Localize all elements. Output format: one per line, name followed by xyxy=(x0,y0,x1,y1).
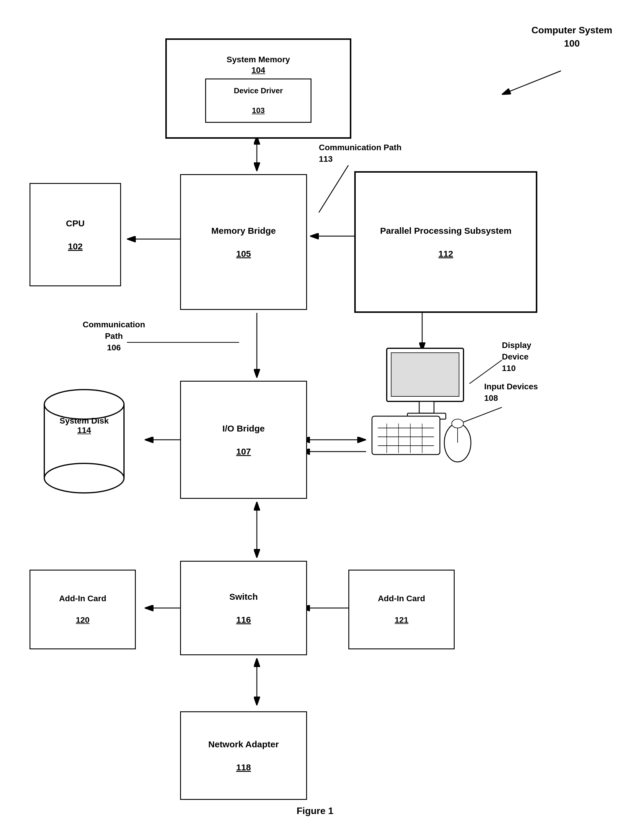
comm-path-113-label: Communication Path113 xyxy=(319,142,401,165)
diagram: Computer System 100 System Memory 104 De… xyxy=(0,0,630,840)
display-device-label: DisplayDeviceDisplay Device 110110 xyxy=(502,339,531,374)
computer-system-label: Computer System 100 xyxy=(531,24,612,50)
svg-point-36 xyxy=(452,419,464,428)
add-in-card-120-box: Add-In Card 120 xyxy=(30,570,136,649)
computer-system-number: 100 xyxy=(564,38,579,49)
input-devices-label: Input Devices108 xyxy=(484,381,538,404)
mouse-icon xyxy=(440,413,475,466)
switch-box: Switch 116 xyxy=(180,561,307,655)
parallel-processing-box: Parallel Processing Subsystem 112 xyxy=(354,171,537,313)
system-disk-icon xyxy=(38,387,130,496)
svg-rect-26 xyxy=(372,416,440,455)
svg-line-17 xyxy=(469,360,502,384)
system-memory-box: System Memory 104 Device Driver 103 xyxy=(165,38,351,139)
figure-caption: Figure 1 xyxy=(297,805,333,816)
io-bridge-box: I/O Bridge 107 xyxy=(180,381,307,499)
add-in-card-121-box: Add-In Card 121 xyxy=(348,570,455,649)
svg-rect-19 xyxy=(391,353,459,396)
system-memory-label: System Memory 104 xyxy=(227,54,290,76)
svg-line-14 xyxy=(502,71,561,95)
network-adapter-box: Network Adapter 118 xyxy=(180,711,307,800)
svg-line-15 xyxy=(319,165,348,213)
svg-point-24 xyxy=(44,463,124,493)
svg-point-23 xyxy=(44,390,124,419)
cpu-box: CPU 102 xyxy=(30,183,121,286)
system-disk-label: System Disk 114 xyxy=(38,416,130,435)
comm-path-106-label: CommunicationPath106 xyxy=(83,319,145,354)
device-driver-box: Device Driver 103 xyxy=(205,79,311,123)
memory-bridge-box: Memory Bridge 105 xyxy=(180,174,307,310)
